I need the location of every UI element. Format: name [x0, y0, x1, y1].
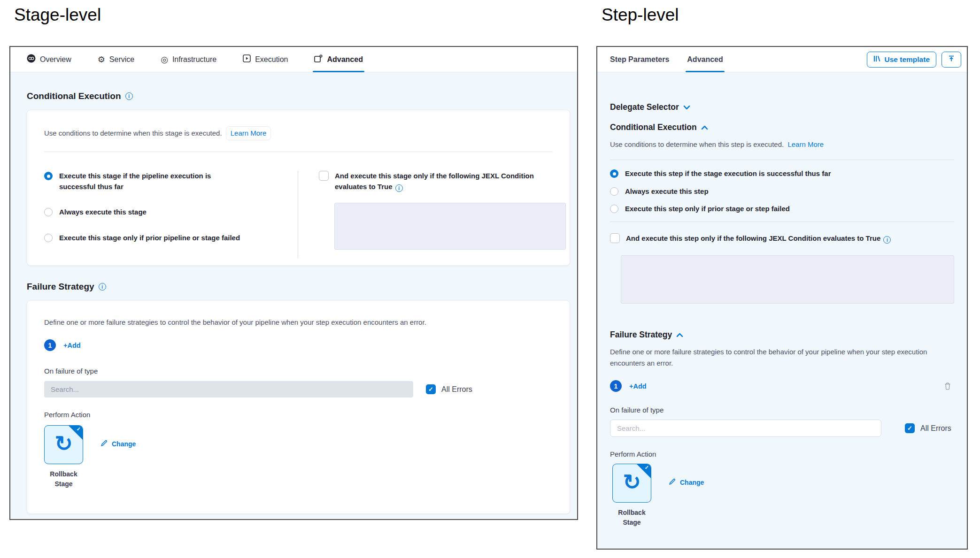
jexl-condition-block: And execute this stage only if the follo…	[298, 171, 570, 258]
failure-type-search-input[interactable]	[44, 381, 413, 397]
chevron-up-icon	[701, 125, 708, 130]
pencil-icon	[669, 478, 676, 487]
radio-row-failed[interactable]: Execute this stage only if prior pipelin…	[44, 233, 298, 244]
tab-overview[interactable]: Overview	[27, 47, 71, 72]
radio-failed-label[interactable]: Execute this step only if prior stage or…	[625, 204, 790, 214]
strategy-count-badge[interactable]: 1	[44, 339, 56, 351]
rollback-stage-tile[interactable]: ↻ ✓	[44, 425, 83, 464]
radio-always-label[interactable]: Always execute this step	[625, 186, 709, 197]
overview-icon	[27, 54, 36, 65]
tab-advanced[interactable]: Advanced	[314, 47, 363, 72]
all-errors-checkbox[interactable]: ✓	[905, 423, 915, 433]
info-icon[interactable]: i	[125, 92, 133, 100]
tab-service[interactable]: ⚙ Service	[98, 47, 135, 72]
delete-strategy-button[interactable]	[944, 382, 951, 390]
use-template-button[interactable]: Use template	[867, 52, 936, 68]
tab-infrastructure[interactable]: ◎ Infrastructure	[161, 47, 216, 72]
radio-success-selected[interactable]	[44, 172, 53, 180]
conditional-description-text: Use conditions to determine when this st…	[44, 129, 222, 137]
tab-infrastructure-label: Infrastructure	[172, 55, 216, 64]
add-strategy-button[interactable]: +Add	[629, 382, 647, 390]
jexl-label: And execute this step only if the follow…	[626, 233, 891, 244]
radio-failed[interactable]	[610, 205, 618, 213]
perform-action-label: Perform Action	[610, 450, 954, 458]
failure-type-search-input[interactable]	[610, 420, 881, 437]
radio-failed[interactable]	[44, 234, 53, 242]
stage-tabbar: Overview ⚙ Service ◎ Infrastructure Exec…	[10, 47, 577, 72]
failure-strategy-title-text: Failure Strategy	[610, 330, 672, 340]
radio-failed-label[interactable]: Execute this stage only if prior pipelin…	[59, 233, 240, 244]
radio-always[interactable]	[44, 208, 53, 216]
radio-row-success[interactable]: Execute this step if the stage execution…	[610, 168, 954, 179]
all-errors-label[interactable]: All Errors	[920, 424, 951, 433]
info-icon[interactable]: i	[883, 236, 891, 244]
tab-advanced-label: Advanced	[687, 55, 723, 64]
change-action-link[interactable]: Change	[100, 439, 136, 448]
tab-step-parameters-label: Step Parameters	[610, 55, 669, 64]
check-icon: ✓	[645, 465, 649, 471]
change-link-label: Change	[112, 440, 136, 448]
failure-strategy-header[interactable]: Failure Strategy	[610, 330, 954, 340]
jexl-checkbox[interactable]	[319, 171, 329, 181]
radio-row-always[interactable]: Always execute this stage	[44, 207, 298, 218]
conditional-description: Use conditions to determine when this st…	[610, 139, 954, 150]
failure-strategy-title: Failure Strategy i	[27, 282, 577, 292]
jexl-checkbox[interactable]	[610, 233, 620, 243]
learn-more-link[interactable]: Learn More	[231, 129, 267, 137]
jexl-checkbox-row[interactable]: And execute this stage only if the follo…	[319, 171, 566, 192]
tab-execution[interactable]: Execution	[243, 47, 288, 72]
tab-overview-label: Overview	[40, 55, 71, 64]
gear-icon: ⚙	[98, 55, 105, 64]
radio-success-selected[interactable]	[610, 169, 618, 178]
strategy-count-badge[interactable]: 1	[610, 380, 622, 392]
learn-more-link[interactable]: Learn More	[787, 140, 824, 148]
tab-step-parameters[interactable]: Step Parameters	[610, 47, 669, 72]
all-errors-label[interactable]: All Errors	[441, 385, 472, 394]
info-icon[interactable]: i	[395, 184, 403, 192]
on-failure-of-type-label: On failure of type	[610, 406, 954, 414]
jexl-label-text: And execute this stage only if the follo…	[335, 172, 534, 191]
jexl-condition-input[interactable]	[334, 203, 566, 250]
delegate-selector-header[interactable]: Delegate Selector	[610, 102, 954, 112]
infrastructure-icon: ◎	[161, 55, 168, 64]
conditional-description: Use conditions to determine when this st…	[44, 126, 570, 140]
radio-always-label[interactable]: Always execute this stage	[59, 207, 147, 218]
save-as-template-button[interactable]	[941, 52, 961, 68]
rollback-stage-caption: Rollback Stage	[612, 508, 651, 527]
conditional-execution-header[interactable]: Conditional Execution	[610, 122, 954, 132]
tab-advanced[interactable]: Advanced	[687, 47, 723, 72]
learn-more-link-wrap: Learn More	[226, 126, 271, 140]
radio-row-success[interactable]: Execute this stage if the pipeline execu…	[44, 171, 298, 192]
radio-always[interactable]	[610, 187, 618, 196]
chevron-up-icon	[676, 333, 683, 337]
conditional-execution-card: Use conditions to determine when this st…	[27, 110, 570, 266]
add-strategy-button[interactable]: +Add	[63, 342, 81, 349]
rollback-stage-tile[interactable]: ↻ ✓	[612, 464, 651, 503]
on-failure-of-type-label: On failure of type	[44, 367, 553, 375]
failure-description: Define one or more failure strategies to…	[44, 317, 553, 328]
radio-row-failed[interactable]: Execute this step only if prior stage or…	[610, 204, 954, 214]
failure-type-row: ✓ All Errors	[44, 381, 553, 397]
execution-play-icon	[243, 54, 251, 64]
conditional-execution-title-text: Conditional Execution	[610, 122, 697, 132]
step-advanced-panel: Step Parameters Advanced Use template De…	[596, 46, 968, 550]
perform-action-row: ↻ ✓ Rollback Stage Change	[44, 425, 553, 489]
change-action-link[interactable]: Change	[669, 478, 704, 487]
strategy-add-row: 1 +Add	[610, 380, 954, 392]
chevron-down-icon	[683, 105, 690, 110]
jexl-condition-input[interactable]	[621, 255, 954, 304]
radio-success-label[interactable]: Execute this step if the stage execution…	[625, 168, 831, 179]
stage-advanced-content: Conditional Execution i Use conditions t…	[10, 72, 577, 519]
radio-row-always[interactable]: Always execute this step	[610, 186, 954, 197]
conditional-description-text: Use conditions to determine when this st…	[610, 140, 784, 148]
radio-success-label[interactable]: Execute this stage if the pipeline execu…	[59, 171, 214, 192]
jexl-checkbox-row[interactable]: And execute this step only if the follow…	[610, 233, 954, 244]
use-template-label: Use template	[885, 55, 930, 64]
check-icon: ✓	[907, 425, 912, 432]
all-errors-checkbox[interactable]: ✓	[426, 384, 436, 394]
jexl-label: And execute this stage only if the follo…	[335, 171, 560, 192]
arrow-up-to-bar-icon	[948, 55, 955, 64]
info-icon[interactable]: i	[99, 283, 106, 290]
conditional-execution-title: Conditional Execution i	[27, 91, 577, 101]
tab-advanced-label: Advanced	[327, 55, 363, 64]
